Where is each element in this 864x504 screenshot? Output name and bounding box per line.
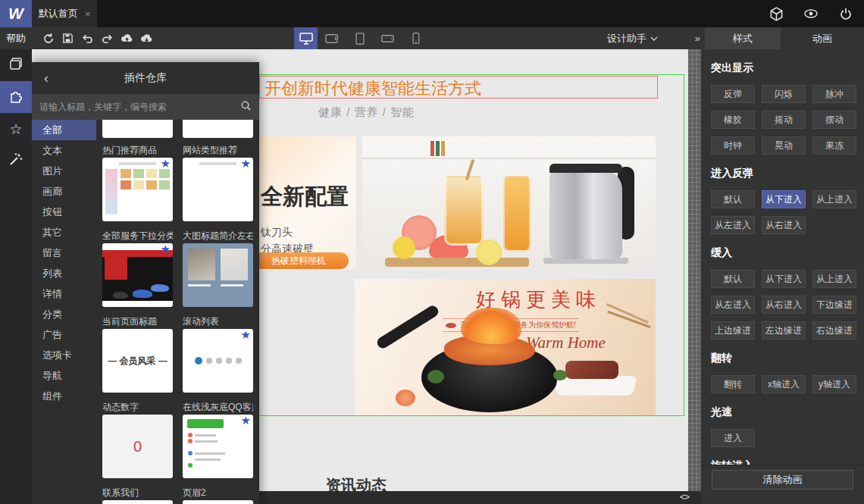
animation-effect-button[interactable]: 上边缘进 xyxy=(711,321,755,340)
plugin-category[interactable]: 按钮 xyxy=(32,202,96,222)
animation-effect-button[interactable]: 闪烁 xyxy=(762,85,806,103)
sidebar-item-favorites[interactable]: ☆ xyxy=(0,113,32,145)
plugin-category[interactable]: 其它 xyxy=(32,222,96,243)
animation-effect-button[interactable]: 从左进入 xyxy=(711,216,755,234)
plugin-card[interactable]: 在线浅灰底QQ客服★ xyxy=(183,399,253,478)
plugin-category[interactable]: 图片 xyxy=(32,161,96,181)
animation-effect-button[interactable]: 脉冲 xyxy=(812,85,856,103)
device-tablet-landscape-button[interactable] xyxy=(318,27,346,49)
plugin-card[interactable]: 页眉2 xyxy=(183,485,253,504)
app-logo[interactable]: W xyxy=(0,0,32,27)
close-icon[interactable]: × xyxy=(85,8,91,20)
tab-style[interactable]: 样式 xyxy=(705,27,781,49)
star-badge-icon[interactable]: ★ xyxy=(161,158,171,170)
device-desktop-button[interactable] xyxy=(294,27,318,49)
animation-effect-button[interactable]: 下边缘进 xyxy=(812,296,856,314)
device-tablet-portrait-button[interactable] xyxy=(346,27,374,49)
plugin-category[interactable]: 分类 xyxy=(32,304,96,324)
star-badge-icon[interactable]: ★ xyxy=(241,158,251,170)
back-icon[interactable]: ‹ xyxy=(44,73,49,83)
code-icon[interactable]: <> xyxy=(680,492,689,502)
plugin-card-thumbnail[interactable]: 0 xyxy=(102,415,173,478)
save-button[interactable] xyxy=(61,31,75,45)
plugin-card[interactable] xyxy=(183,120,253,138)
search-icon[interactable] xyxy=(240,100,252,114)
plugin-category[interactable]: 文本 xyxy=(32,140,96,161)
undo-button[interactable] xyxy=(80,31,95,45)
sidebar-item-pages[interactable] xyxy=(0,49,32,81)
plugin-card-thumbnail[interactable] xyxy=(102,500,173,504)
plugin-card[interactable]: 动态数字0 xyxy=(102,399,173,478)
refresh-button[interactable] xyxy=(41,31,55,45)
plugin-card[interactable] xyxy=(102,120,173,138)
power-icon[interactable] xyxy=(838,6,853,21)
wok-banner[interactable]: 好锅更美味 无忧购物，至诚服务为你保驾护航! Warm Home xyxy=(355,279,656,415)
plugin-category[interactable]: 选项卡 xyxy=(32,345,96,365)
animation-effect-button[interactable]: 从右进入 xyxy=(762,216,806,234)
plugin-category[interactable]: 广告 xyxy=(32,324,96,345)
sidebar-item-design-tools[interactable] xyxy=(0,145,32,177)
help-button[interactable]: 帮助 xyxy=(0,27,32,49)
animation-effect-button[interactable]: 橡胶 xyxy=(711,111,755,129)
plugin-card-thumbnail[interactable]: ★ xyxy=(183,329,253,393)
page-tab[interactable]: 默认首页 × xyxy=(32,0,97,27)
device-phone-landscape-button[interactable] xyxy=(374,27,402,49)
plugin-category[interactable]: 列表 xyxy=(32,263,96,283)
plugin-card[interactable]: 大图标题简介左右切... xyxy=(183,228,253,307)
redo-button[interactable] xyxy=(100,31,114,45)
preview-eye-icon[interactable] xyxy=(803,6,819,21)
star-badge-icon[interactable]: ★ xyxy=(241,415,251,427)
animation-effect-button[interactable]: 果冻 xyxy=(812,136,856,155)
animation-effect-button[interactable]: 摇动 xyxy=(762,111,806,129)
animation-effect-button[interactable]: 从下进入 xyxy=(762,190,806,208)
device-phone-portrait-button[interactable] xyxy=(402,27,430,49)
plugin-category[interactable]: 画廊 xyxy=(32,181,96,202)
cloud-upload-button[interactable] xyxy=(120,31,134,45)
plugin-card-thumbnail[interactable]: — 会员风采 — xyxy=(102,329,173,393)
cloud-download-button[interactable] xyxy=(139,31,154,45)
plugin-card[interactable]: 全部服务下拉分类带...★ xyxy=(102,228,173,307)
plugin-category[interactable]: 留言 xyxy=(32,243,96,263)
plugin-category[interactable]: 组件 xyxy=(32,386,96,406)
star-badge-icon[interactable]: ★ xyxy=(161,243,171,255)
plugin-category[interactable]: 全部 xyxy=(32,120,96,140)
design-assistant-dropdown[interactable]: 设计助手 xyxy=(607,27,658,49)
animation-effect-button[interactable]: 进入 xyxy=(711,429,755,447)
animation-effect-button[interactable]: 默认 xyxy=(711,190,755,208)
animation-effect-button[interactable]: 从下进入 xyxy=(762,270,806,288)
selected-text-element[interactable]: 开创新时代健康智能生活方式 xyxy=(259,76,658,99)
plugin-card[interactable]: 联系我们 xyxy=(102,485,173,504)
plugin-card-thumbnail[interactable]: ★ xyxy=(102,158,173,221)
animation-effect-button[interactable]: 时钟 xyxy=(711,136,755,155)
animation-effect-button[interactable]: 默认 xyxy=(711,270,755,288)
animation-effect-button[interactable]: 从上进入 xyxy=(812,190,856,208)
canvas-scrollbar[interactable] xyxy=(688,49,701,491)
animation-effect-button[interactable]: 翻转 xyxy=(711,375,755,393)
star-badge-icon[interactable]: ★ xyxy=(241,329,251,341)
animation-effect-button[interactable]: 左边缘进 xyxy=(762,321,806,340)
clear-animation-button[interactable]: 清除动画 xyxy=(712,470,853,490)
plugin-search-input[interactable]: 请输入标题，关键字，编号搜索 xyxy=(32,94,259,120)
plugin-card-thumbnail[interactable] xyxy=(102,120,173,138)
promo-button[interactable]: 热破壁料理机 xyxy=(259,252,349,269)
tab-animation[interactable]: 动画 xyxy=(781,27,864,49)
plugin-category[interactable]: 详情 xyxy=(32,283,96,304)
hero-banner[interactable]: 全新配置 钛刀头 分高速破壁 热破壁料理机 xyxy=(259,136,656,270)
animation-effect-button[interactable]: 反弹 xyxy=(711,85,755,103)
plugin-card-thumbnail[interactable]: ★ xyxy=(102,243,173,307)
components-cube-icon[interactable] xyxy=(769,6,784,21)
animation-effect-button[interactable]: 右边缘进 xyxy=(812,321,856,340)
plugin-card-thumbnail[interactable]: ★ xyxy=(183,415,253,478)
plugin-card[interactable]: 当前页面标题— 会员风采 — xyxy=(102,314,173,393)
animation-effect-button[interactable]: 晃动 xyxy=(762,136,806,155)
sidebar-item-plugins[interactable] xyxy=(0,81,32,113)
animation-effect-button[interactable]: x轴进入 xyxy=(762,375,806,393)
plugin-card-thumbnail[interactable] xyxy=(183,120,253,138)
plugin-card[interactable]: 滚动列表★ xyxy=(183,314,253,393)
animation-effect-button[interactable]: 从上进入 xyxy=(812,270,856,288)
plugin-card[interactable]: 网站类型推荐★ xyxy=(183,142,253,221)
plugin-card-thumbnail[interactable]: ★ xyxy=(183,158,253,221)
animation-effect-button[interactable]: y轴进入 xyxy=(812,375,856,393)
plugin-category[interactable]: 导航 xyxy=(32,365,96,386)
animation-effect-button[interactable]: 从右进入 xyxy=(762,296,806,314)
